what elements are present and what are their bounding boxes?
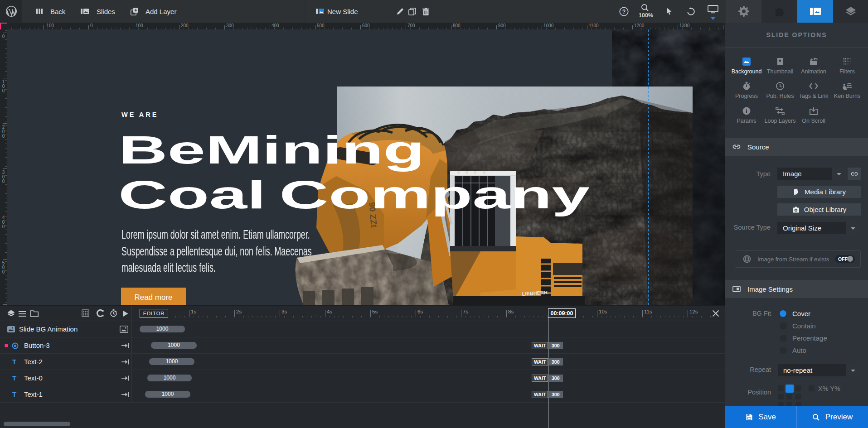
svg-text:?: ? bbox=[622, 9, 626, 15]
